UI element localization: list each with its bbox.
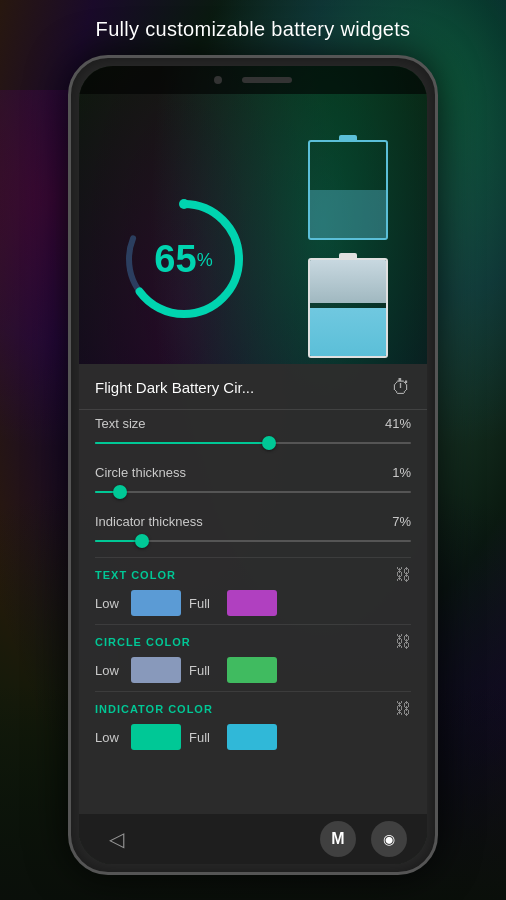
- track-fill: [95, 442, 269, 444]
- circle-color-header: CIRCLE COLOR ⛓: [95, 633, 411, 651]
- circle-thickness-label: Circle thickness: [95, 465, 186, 480]
- indicator-thickness-label: Indicator thickness: [95, 514, 203, 529]
- indicator-low-color-swatch[interactable]: [131, 724, 181, 750]
- circle-thickness-value: 1%: [392, 465, 411, 480]
- battery-fill-snow: [310, 260, 386, 303]
- track-thumb[interactable]: [262, 436, 276, 450]
- page-title: Fully customizable battery widgets: [0, 18, 506, 41]
- circle-color-row: Low Full: [95, 657, 411, 683]
- indicator-low-label: Low: [95, 730, 123, 745]
- circle-low-label: Low: [95, 663, 123, 678]
- text-full-label: Full: [189, 596, 219, 611]
- text-size-value: 41%: [385, 416, 411, 431]
- battery-body-bottom: [308, 258, 388, 358]
- text-color-header: TEXT COLOR ⛓: [95, 566, 411, 584]
- battery-body-top: [308, 140, 388, 240]
- text-color-row: Low Full: [95, 590, 411, 616]
- gmail-icon: M: [331, 830, 344, 848]
- indicator-color-label: INDICATOR COLOR: [95, 703, 213, 715]
- circle-color-link-icon[interactable]: ⛓: [395, 633, 411, 651]
- phone-inner: 65%: [79, 66, 427, 864]
- chrome-button[interactable]: ◉: [371, 821, 407, 857]
- text-size-label: Text size: [95, 416, 146, 431]
- camera-lens: [214, 76, 222, 84]
- text-full-color-swatch[interactable]: [227, 590, 277, 616]
- chrome-icon: ◉: [383, 831, 395, 847]
- indicator-full-color-swatch[interactable]: [227, 724, 277, 750]
- text-low-label: Low: [95, 596, 123, 611]
- battery-widgets-right: [303, 135, 393, 383]
- track-background-2: [95, 491, 411, 493]
- phone-frame: 65%: [68, 55, 438, 875]
- indicator-full-label: Full: [189, 730, 219, 745]
- text-color-label: TEXT COLOR: [95, 569, 176, 581]
- circle-thickness-slider[interactable]: [95, 482, 411, 502]
- battery-widget-top[interactable]: [303, 135, 393, 245]
- indicator-color-section: INDICATOR COLOR ⛓ Low Full: [79, 692, 427, 758]
- indicator-color-row: Low Full: [95, 724, 411, 750]
- indicator-thickness-section: Indicator thickness 7%: [79, 508, 427, 557]
- phone-status-bar: [79, 66, 427, 94]
- history-icon[interactable]: ⏱: [391, 376, 411, 399]
- indicator-color-link-icon[interactable]: ⛓: [395, 700, 411, 718]
- indicator-thickness-slider[interactable]: [95, 531, 411, 551]
- svg-point-2: [179, 199, 189, 209]
- circle-color-section: CIRCLE COLOR ⛓ Low Full: [79, 625, 427, 691]
- circle-svg: [114, 189, 254, 329]
- speaker-grille: [242, 77, 292, 83]
- phone-nav-bar: ◁ M ◉: [79, 814, 427, 864]
- circle-thickness-section: Circle thickness 1%: [79, 459, 427, 508]
- panel-header: Flight Dark Battery Cir... ⏱: [79, 364, 427, 410]
- back-button[interactable]: ◁: [99, 827, 124, 851]
- svg-point-1: [129, 204, 239, 314]
- settings-panel: Flight Dark Battery Cir... ⏱ Text size 4…: [79, 364, 427, 864]
- panel-title: Flight Dark Battery Cir...: [95, 379, 254, 396]
- indicator-thickness-value: 7%: [392, 514, 411, 529]
- text-size-slider[interactable]: [95, 433, 411, 453]
- battery-fill-water: [310, 308, 386, 356]
- text-color-link-icon[interactable]: ⛓: [395, 566, 411, 584]
- text-low-color-swatch[interactable]: [131, 590, 181, 616]
- track-thumb-2[interactable]: [113, 485, 127, 499]
- text-color-section: TEXT COLOR ⛓ Low Full: [79, 558, 427, 624]
- circle-battery-widget[interactable]: 65%: [114, 189, 254, 329]
- text-size-section: Text size 41%: [79, 410, 427, 459]
- circle-color-label: CIRCLE COLOR: [95, 636, 191, 648]
- track-thumb-3[interactable]: [135, 534, 149, 548]
- circle-low-color-swatch[interactable]: [131, 657, 181, 683]
- battery-fill-top: [310, 190, 386, 238]
- circle-full-label: Full: [189, 663, 219, 678]
- indicator-color-header: INDICATOR COLOR ⛓: [95, 700, 411, 718]
- gmail-button[interactable]: M: [320, 821, 356, 857]
- circle-full-color-swatch[interactable]: [227, 657, 277, 683]
